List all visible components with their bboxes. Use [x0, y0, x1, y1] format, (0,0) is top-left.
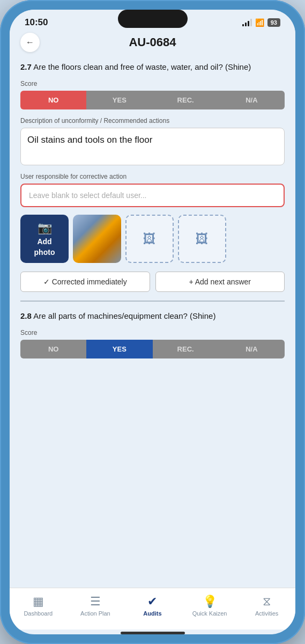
question-2-7-text: 2.7 Are the floors clean and free of was… [20, 61, 285, 72]
scroll-content: 2.7 Are the floors clean and free of was… [10, 56, 295, 588]
question-2-7-block: 2.7 Are the floors clean and free of was… [20, 61, 285, 292]
image-placeholder-icon-1: 🖼 [143, 231, 156, 246]
nav-label-action-plan: Action Plan [80, 610, 110, 617]
signal-icon [242, 19, 252, 26]
nav-label-activities: Activities [255, 610, 278, 617]
section-divider [20, 301, 285, 302]
image-placeholder-icon-2: 🖼 [196, 231, 209, 246]
question-2-8-block: 2.8 Are all parts of machines/equipment … [20, 310, 285, 358]
page-title: AU-0684 [129, 35, 176, 49]
score-na-2-8[interactable]: N/A [219, 340, 285, 358]
notch [118, 10, 188, 28]
nav-item-audits[interactable]: ✔ Audits [124, 592, 181, 619]
score-yes-button[interactable]: YES [86, 91, 152, 109]
status-icons: 📶 93 [242, 18, 280, 27]
nav-item-action-plan[interactable]: ☰ Action Plan [67, 592, 124, 619]
dashboard-icon: ▦ [33, 595, 44, 609]
nav-item-quick-kaizen[interactable]: 💡 Quick Kaizen [181, 592, 239, 619]
battery-indicator: 93 [267, 18, 280, 27]
user-input-field[interactable]: Leave blank to select default user... [20, 184, 285, 207]
photo-thumbnail [73, 215, 121, 263]
score-no-2-8[interactable]: NO [20, 340, 86, 358]
user-placeholder: Leave blank to select default user... [29, 191, 146, 200]
phone-screen: 10:50 📶 93 AU-0684 2.7 [10, 10, 295, 634]
question-2-8-text: 2.8 Are all parts of machines/equipment … [20, 310, 285, 321]
add-photo-label-2: photo [34, 248, 55, 257]
camera-icon: 📷 [38, 221, 52, 235]
user-label: User responsible for corrective action [20, 173, 285, 180]
photo-slot-1[interactable]: 🖼 [125, 215, 174, 263]
score-row-2-7: NO YES REC. N/A [20, 91, 285, 109]
back-button[interactable] [20, 33, 40, 52]
score-rec-2-8[interactable]: REC. [153, 340, 219, 358]
nav-item-dashboard[interactable]: ▦ Dashboard [10, 592, 67, 619]
activities-icon: ⧖ [263, 595, 271, 609]
nav-label-dashboard: Dashboard [24, 610, 53, 617]
add-photo-button[interactable]: 📷 Add photo [20, 215, 69, 263]
score-no-button[interactable]: NO [20, 91, 86, 109]
add-next-answer-button[interactable]: + Add next answer [155, 272, 285, 292]
audits-icon: ✔ [147, 595, 157, 609]
description-value: Oil stains and tools on the floor [27, 135, 152, 145]
action-plan-icon: ☰ [90, 595, 101, 609]
photo-slot-2[interactable]: 🖼 [178, 215, 226, 263]
score-yes-2-8[interactable]: YES [86, 340, 152, 358]
photos-row: 📷 Add photo 🖼 🖼 [20, 215, 285, 263]
status-time: 10:50 [25, 17, 48, 28]
quick-kaizen-icon: 💡 [203, 595, 217, 609]
home-indicator [121, 632, 185, 634]
phone-frame: 10:50 📶 93 AU-0684 2.7 [0, 0, 305, 644]
score-na-button[interactable]: N/A [219, 91, 285, 109]
score-rec-button[interactable]: REC. [153, 91, 219, 109]
nav-label-audits: Audits [143, 610, 161, 617]
corrected-immediately-button[interactable]: ✓ Corrected immediately [20, 272, 150, 292]
wifi-icon: 📶 [255, 18, 264, 27]
photo-image [73, 215, 121, 263]
score-row-2-8: NO YES REC. N/A [20, 340, 285, 358]
bottom-nav: ▦ Dashboard ☰ Action Plan ✔ Audits 💡 Qui… [10, 588, 295, 630]
nav-label-quick-kaizen: Quick Kaizen [192, 610, 227, 617]
app-header: AU-0684 [10, 31, 295, 56]
action-buttons-row: ✓ Corrected immediately + Add next answe… [20, 272, 285, 292]
score-label-2-7: Score [20, 80, 285, 87]
description-field[interactable]: Oil stains and tools on the floor [20, 128, 285, 165]
description-label: Description of unconformity / Recommende… [20, 117, 285, 125]
add-photo-label: Add [37, 237, 51, 246]
score-label-2-8: Score [20, 329, 285, 336]
nav-item-activities[interactable]: ⧖ Activities [238, 592, 295, 619]
